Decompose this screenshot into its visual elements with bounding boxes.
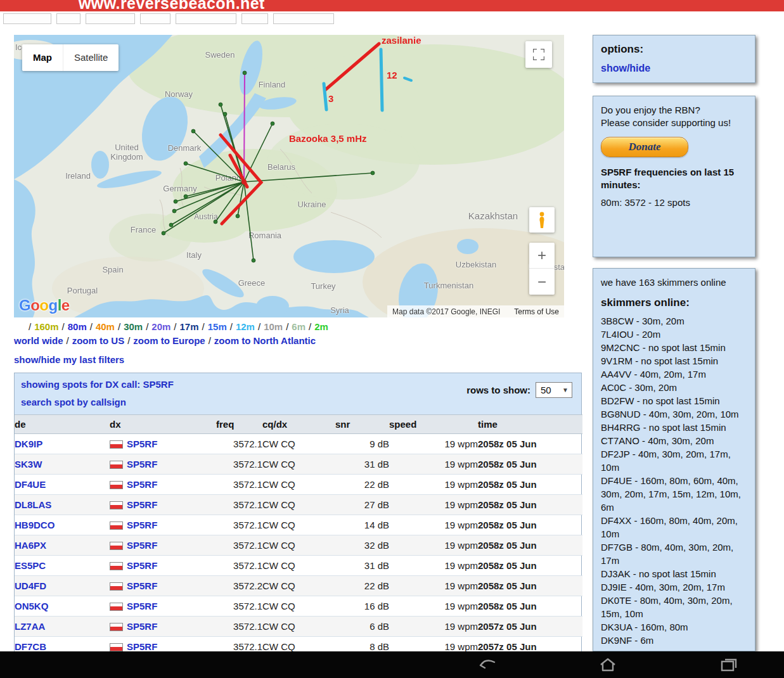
de-callsign-link[interactable]: UD4FD (15, 580, 46, 591)
de-callsign-link[interactable]: LZ7AA (15, 621, 45, 632)
terms-of-use-link[interactable]: Terms of Use (514, 307, 559, 316)
map-country-label: Ukraine (298, 200, 326, 209)
map-zoom-link[interactable]: zoom to US (72, 335, 125, 346)
dx-callsign-link[interactable]: SP5RF (127, 641, 157, 652)
skimmer-entry: DJ9IE - 40m, 30m, 20m, 17m (601, 580, 747, 594)
band-link-17m[interactable]: 17m (180, 321, 199, 332)
de-callsign-link[interactable]: DF7CB (15, 641, 46, 652)
band-link-12m[interactable]: 12m (236, 321, 255, 332)
dx-callsign-link[interactable]: SP5RF (127, 540, 157, 551)
spot-snr-cell: 16 dB (335, 596, 389, 617)
map-type-satellite-button[interactable]: Satellite (63, 44, 119, 71)
band-link-10m[interactable]: 10m (264, 321, 283, 332)
de-callsign-link[interactable]: DK9IP (15, 438, 42, 449)
spot-cqdx-cell: CW CQ (262, 515, 335, 535)
options-show-hide-link[interactable]: show/hide (601, 62, 650, 75)
site-menu-strip (0, 11, 784, 25)
spot-dx-cell: SP5RF (110, 576, 216, 596)
menu-tab[interactable] (241, 13, 268, 24)
band-link-30m[interactable]: 30m (124, 321, 143, 332)
band-separator: / (62, 321, 65, 332)
google-map[interactable]: IcelandSwedenNorwayFinlandDenmarkUnited … (14, 35, 564, 317)
de-callsign-link[interactable]: HA6PX (15, 540, 46, 551)
dx-callsign-link[interactable]: SP5RF (127, 560, 157, 571)
band-separator: / (202, 321, 205, 332)
spots-table-block: showing spots for DX call: SP5RF rows to… (14, 373, 582, 658)
rows-to-show-select[interactable]: 50 ▼ (536, 382, 572, 398)
band-link-40m[interactable]: 40m (96, 321, 115, 332)
support-line-1: Do you enjoy the RBN? (601, 104, 747, 117)
spot-dx-cell: SP5RF (110, 556, 216, 576)
frequencies-title: SP5RF frequencies on last 15 minutes: (601, 166, 747, 191)
band-separator: / (230, 321, 233, 332)
de-callsign-link[interactable]: SK3W (15, 459, 42, 470)
dx-callsign-link[interactable]: SP5RF (127, 459, 157, 470)
menu-tab[interactable] (86, 13, 135, 24)
band-separator: / (258, 321, 260, 332)
dx-callsign-link[interactable]: SP5RF (127, 520, 157, 530)
skimmer-entry: BH4RRG - no spot last 15min (601, 421, 747, 434)
spot-freq-cell: 3572.1 (216, 515, 262, 535)
poland-flag-icon (110, 521, 123, 530)
menu-tab[interactable] (56, 13, 80, 24)
pegman-button[interactable] (529, 207, 555, 233)
map-country-label: Greece (238, 278, 266, 288)
map-zoom-link[interactable]: zoom to Europe (133, 335, 205, 346)
menu-tab[interactable] (273, 13, 334, 24)
band-link-20m[interactable]: 20m (151, 321, 170, 332)
poland-flag-icon (110, 501, 123, 509)
band-separator: / (286, 321, 288, 332)
de-callsign-link[interactable]: ON5KQ (15, 601, 48, 611)
spot-time-cell: 2058z 05 Jun (478, 454, 582, 475)
site-title: www.reversebeacon.net (79, 0, 265, 11)
zoom-out-button[interactable]: − (529, 269, 555, 295)
search-spot-link[interactable]: search spot by callsign (21, 397, 126, 407)
dx-callsign-link[interactable]: SP5RF (127, 438, 157, 449)
dx-callsign-link[interactable]: SP5RF (127, 601, 157, 611)
dropdown-arrow-icon: ▼ (562, 387, 569, 393)
fullscreen-button[interactable] (525, 41, 552, 68)
map-zoom-links: world wide/zoom to US/zoom to Europe/zoo… (14, 335, 582, 346)
show-hide-filters-link[interactable]: show/hide my last filters (14, 354, 124, 365)
band-link-2m[interactable]: 2m (314, 321, 328, 332)
band-link-80m[interactable]: 80m (68, 321, 87, 332)
skimmer-entry: DJ3AK - no spot last 15min (601, 567, 747, 580)
map-zoom-link[interactable]: zoom to North Atlantic (214, 335, 316, 346)
dx-callsign-link[interactable]: SP5RF (127, 580, 157, 591)
de-callsign-link[interactable]: DL8LAS (15, 499, 51, 510)
spot-freq-cell: 3572.1 (216, 535, 262, 556)
menu-tab[interactable] (176, 13, 236, 24)
band-link-15m[interactable]: 15m (208, 321, 227, 332)
menu-tab[interactable] (140, 13, 170, 24)
dx-callsign-link[interactable]: SP5RF (127, 621, 157, 632)
dx-callsign-link[interactable]: SP5RF (127, 499, 157, 510)
map-country-label: Syria (330, 305, 349, 315)
spot-speed-cell: 19 wpm (389, 576, 478, 596)
map-zoom-link[interactable]: world wide (14, 335, 63, 346)
menu-tab[interactable] (3, 13, 51, 24)
spot-snr-cell: 9 dB (335, 434, 389, 454)
band-separator: / (174, 321, 176, 332)
page: www.reversebeacon.net (0, 0, 784, 678)
map-type-map-button[interactable]: Map (22, 44, 63, 71)
spot-cqdx-cell: CW CQ (262, 576, 335, 596)
map-annotation-3: 3 (328, 93, 333, 104)
dx-callsign-link[interactable]: SP5RF (127, 479, 157, 490)
column-header-speed: speed (389, 415, 478, 434)
map-country-label: Sweden (205, 50, 235, 60)
recents-button[interactable] (712, 654, 745, 675)
google-logo[interactable]: Google (19, 297, 70, 314)
home-button[interactable] (591, 654, 624, 675)
map-country-label: Denmark (168, 143, 202, 153)
donate-button[interactable]: Donate (601, 137, 688, 157)
de-callsign-link[interactable]: HB9DCO (15, 520, 55, 530)
back-button[interactable] (470, 654, 503, 675)
map-type-control: Map Satellite (22, 44, 119, 71)
de-callsign-link[interactable]: ES5PC (15, 560, 46, 571)
band-link-6m[interactable]: 6m (292, 321, 305, 332)
google-logo-letter: G (19, 297, 30, 314)
zoom-in-button[interactable]: + (529, 243, 555, 269)
band-link-160m[interactable]: 160m (34, 321, 58, 332)
de-callsign-link[interactable]: DF4UE (15, 479, 46, 490)
fullscreen-icon (533, 49, 544, 60)
